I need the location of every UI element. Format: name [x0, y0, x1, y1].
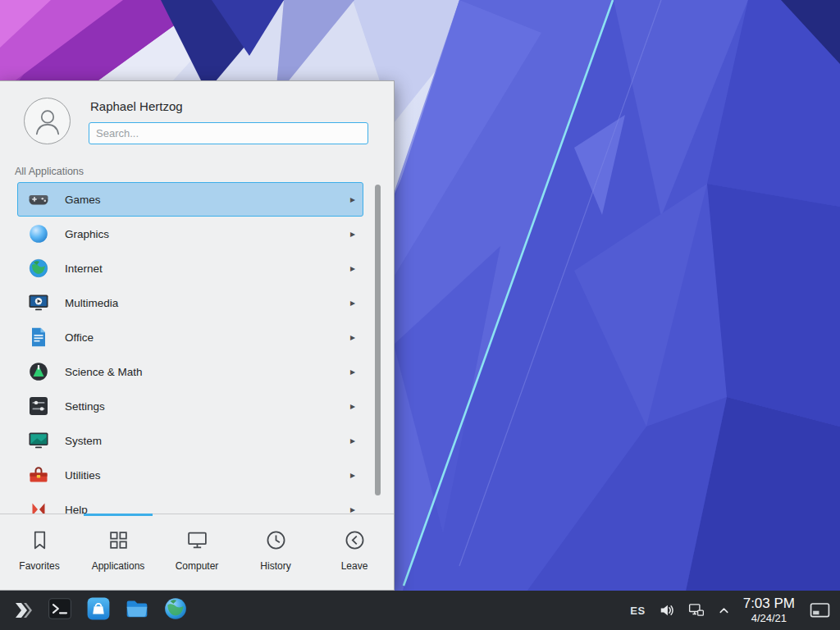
- chevron-right-icon: ▸: [350, 366, 355, 377]
- show-desktop-button[interactable]: [810, 602, 830, 619]
- games-icon: [28, 189, 49, 210]
- volume-icon[interactable]: [659, 602, 675, 619]
- tab-leave[interactable]: Leave: [315, 514, 394, 590]
- leave-icon: [344, 529, 366, 555]
- clock[interactable]: 7:03 PM 4/24/21: [743, 596, 795, 624]
- taskbar-app-terminal[interactable]: [46, 596, 74, 624]
- multimedia-icon: [28, 292, 49, 313]
- chevron-right-icon: ▸: [350, 194, 355, 205]
- tab-favorites[interactable]: Favorites: [0, 514, 79, 590]
- pinned-apps: [46, 596, 189, 624]
- category-list: Games ▸ Graphics ▸ Internet ▸ Multimedia…: [0, 182, 394, 515]
- tab-computer[interactable]: Computer: [158, 514, 236, 590]
- tray-expander-icon[interactable]: [718, 605, 730, 617]
- category-label: Office: [65, 331, 350, 344]
- scrollbar[interactable]: [375, 185, 381, 495]
- category-item-office[interactable]: Office ▸: [17, 320, 363, 354]
- application-launcher-popup: Raphael Hertzog All Applications Games ▸…: [0, 80, 395, 591]
- category-item-games[interactable]: Games ▸: [17, 182, 363, 217]
- desktop: Raphael Hertzog All Applications Games ▸…: [0, 0, 840, 630]
- tab-label: Favorites: [19, 560, 59, 572]
- chevron-right-icon: ▸: [350, 469, 355, 481]
- category-label: Graphics: [65, 228, 350, 240]
- search-input[interactable]: [89, 122, 368, 144]
- chevron-right-icon: ▸: [350, 228, 355, 240]
- tab-bar: Favorites Applications Computer History …: [0, 514, 394, 590]
- taskbar-app-discover[interactable]: [84, 596, 112, 624]
- tab-label: Leave: [341, 560, 368, 572]
- help-icon: [28, 499, 49, 515]
- system-tray: ES 7:03 PM 4/24/21: [630, 596, 833, 624]
- browser-globe-icon: [163, 596, 188, 624]
- section-label: All Applications: [15, 166, 84, 177]
- tab-applications[interactable]: Applications: [79, 514, 158, 590]
- history-icon: [265, 529, 287, 555]
- active-tab-indicator: [84, 514, 153, 516]
- category-item-help[interactable]: Help ▸: [17, 492, 363, 515]
- category-item-internet[interactable]: Internet ▸: [17, 251, 363, 285]
- folder-icon: [125, 596, 149, 624]
- taskbar-app-file-manager[interactable]: [123, 596, 151, 624]
- category-label: Settings: [65, 400, 350, 413]
- chevron-right-icon: ▸: [350, 435, 355, 446]
- keyboard-layout-indicator[interactable]: ES: [630, 605, 645, 617]
- clock-date: 4/24/21: [743, 612, 795, 624]
- chevron-right-icon: ▸: [350, 400, 355, 412]
- applications-icon: [107, 529, 130, 555]
- office-icon: [28, 326, 49, 348]
- terminal-icon: [48, 596, 72, 624]
- category-item-science-math[interactable]: Science & Math ▸: [17, 354, 363, 389]
- app-launcher-button[interactable]: [7, 594, 39, 627]
- user-name: Raphael Hertzog: [90, 99, 183, 113]
- chevron-right-icon: ▸: [350, 262, 355, 274]
- category-item-multimedia[interactable]: Multimedia ▸: [17, 285, 363, 320]
- category-item-graphics[interactable]: Graphics ▸: [17, 217, 363, 251]
- computer-icon: [186, 529, 208, 555]
- science-icon: [28, 361, 49, 382]
- chevron-right-icon: ▸: [350, 297, 355, 308]
- favorites-icon: [29, 529, 51, 555]
- category-item-settings[interactable]: Settings ▸: [17, 389, 363, 423]
- settings-icon: [28, 395, 49, 417]
- category-label: Science & Math: [65, 366, 350, 378]
- category-label: System: [65, 435, 350, 447]
- tab-label: Computer: [176, 560, 219, 572]
- discover-icon: [86, 596, 111, 624]
- utilities-icon: [28, 464, 49, 486]
- category-item-utilities[interactable]: Utilities ▸: [17, 458, 363, 492]
- network-icon[interactable]: [688, 602, 705, 619]
- user-avatar[interactable]: [24, 98, 71, 144]
- tab-label: History: [260, 560, 290, 572]
- tab-label: Applications: [92, 560, 145, 572]
- category-label: Utilities: [65, 469, 350, 482]
- internet-icon: [28, 258, 49, 279]
- clock-time: 7:03 PM: [743, 596, 795, 612]
- category-label: Multimedia: [65, 297, 350, 309]
- taskbar-app-web-browser[interactable]: [162, 596, 189, 624]
- category-item-system[interactable]: System ▸: [17, 423, 363, 458]
- graphics-icon: [28, 223, 49, 244]
- system-icon: [28, 430, 49, 451]
- taskbar: ES 7:03 PM 4/24/21: [0, 591, 840, 630]
- category-label: Internet: [65, 262, 350, 275]
- chevron-right-icon: ▸: [350, 331, 355, 343]
- category-label: Games: [65, 194, 350, 206]
- tab-history[interactable]: History: [236, 514, 315, 590]
